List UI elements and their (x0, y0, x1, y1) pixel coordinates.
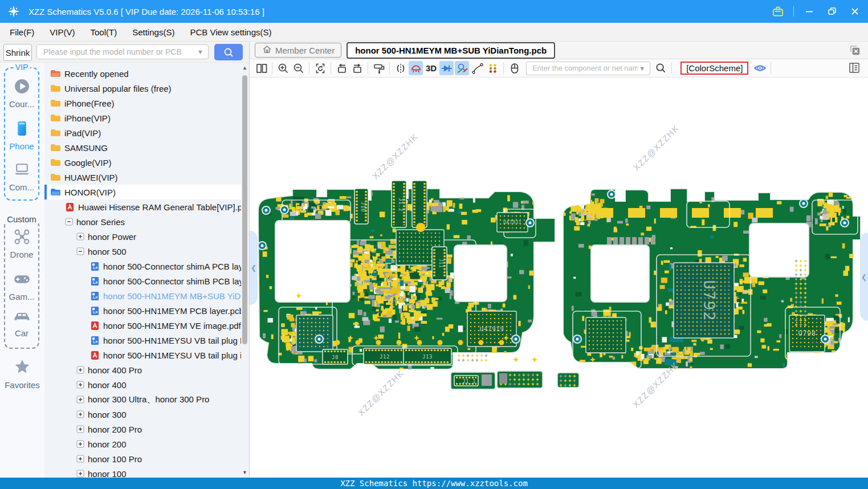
close-tab-icon[interactable] (849, 44, 861, 59)
expander-plus-icon[interactable] (76, 455, 84, 463)
menu-item-pcb-view-settings-s[interactable]: PCB View settings(S) (190, 27, 271, 37)
svg-text:J10: J10 (360, 202, 366, 212)
net-search-icon[interactable] (654, 61, 668, 75)
tree-node[interactable]: honor Series (44, 214, 241, 229)
tree-item[interactable]: iPhone(Free) (44, 96, 241, 111)
shrink-button[interactable]: Shrink (3, 44, 32, 61)
mouse-icon[interactable] (507, 61, 521, 75)
rotate-left-icon[interactable] (335, 61, 349, 75)
split-view-icon[interactable] (254, 61, 268, 75)
net-dropdown-caret-icon[interactable]: ▼ (639, 65, 645, 72)
tree-item[interactable]: honor 500-HN1MEYM MB+SUB YiDi (44, 288, 241, 303)
zoom-out-icon[interactable] (291, 61, 305, 75)
toolbar-separator (368, 63, 368, 74)
model-search-input[interactable] (42, 47, 197, 57)
expander-plus-icon[interactable] (76, 425, 84, 433)
lamp-icon[interactable] (409, 61, 423, 75)
sidebar-item-cour[interactable]: Cour... (5, 78, 38, 109)
tree-node[interactable]: honor 100 (44, 466, 241, 478)
fit-view-icon[interactable] (313, 61, 327, 75)
rail-item-label: Phone (9, 141, 34, 151)
tree-item[interactable]: iPad(VIP) (44, 125, 241, 140)
tree-item[interactable]: Universal popular files (free) (44, 81, 241, 96)
tree-item[interactable]: HONOR(VIP) (44, 185, 241, 199)
tree-item[interactable]: HUAWEI(VIP) (44, 170, 241, 185)
menu-item-file-f[interactable]: File(F) (10, 27, 34, 37)
tree-item[interactable]: Huawei Hisense RAM General Table[VIP].p (44, 199, 241, 214)
tree-node[interactable]: honor 400 (44, 377, 241, 392)
restore-button[interactable] (825, 4, 840, 19)
sidebar-item-favorites[interactable]: Favorites (0, 358, 44, 390)
sidebar-item-gam[interactable]: Gam... (5, 270, 38, 301)
3d-label[interactable]: 3D (424, 61, 438, 75)
pcb-board-view[interactable]: XZZ@XZZHKXZZ@XZZHKXZZ@XZZHKXZZ@XZZHKJ10J… (250, 78, 868, 478)
tree-item[interactable]: Google(VIP) (44, 155, 241, 170)
tree-item[interactable]: Recently opened (44, 66, 241, 81)
expander-plus-icon[interactable] (76, 396, 84, 404)
paint-roller-icon[interactable] (372, 61, 386, 75)
svg-text:U47931: U47931 (503, 220, 521, 225)
expander-plus-icon[interactable] (76, 470, 84, 478)
tree-item[interactable]: SAMSUNG (44, 140, 241, 155)
pcb-canvas[interactable]: XZZ@XZZHKXZZ@XZZHKXZZ@XZZHKXZZ@XZZHKJ10J… (250, 78, 868, 478)
sidebar-item-com[interactable]: Com... (5, 161, 38, 192)
close-button[interactable] (847, 4, 862, 19)
color-scheme-button[interactable]: [ColorScheme] (680, 62, 748, 75)
tree-item[interactable]: honor 500-Connector shimB PCB lay (44, 274, 241, 288)
curve-icon[interactable] (470, 61, 484, 75)
tree-item[interactable]: iPhone(VIP) (44, 111, 241, 125)
tree-scrollbar-thumb[interactable] (242, 75, 247, 344)
tree-node[interactable]: honor 300 (44, 407, 241, 422)
sidebar-item-car[interactable]: Car (5, 307, 38, 338)
tree-node[interactable]: honor Power (44, 229, 241, 244)
tree-item[interactable]: honor 500-HN1MEYM PCB layer.pcb (44, 303, 241, 318)
layer-panel-icon[interactable] (848, 62, 861, 76)
expander-minus-icon[interactable] (65, 218, 73, 226)
diode-icon[interactable] (439, 61, 454, 75)
tree-node[interactable]: honor 200 Pro (44, 422, 241, 437)
model-search-button[interactable] (214, 44, 243, 60)
pdf-icon (65, 202, 75, 212)
zoom-in-icon[interactable] (276, 61, 290, 75)
sidebar-item-drone[interactable]: Drone (5, 228, 38, 259)
sidebar-item-phone[interactable]: Phone (5, 120, 38, 151)
eye-icon[interactable] (753, 61, 767, 75)
folder-icon (50, 84, 61, 93)
mirror-flip-icon[interactable] (393, 61, 407, 75)
expander-minus-icon[interactable] (76, 247, 84, 255)
tab-member-center[interactable]: Member Center (255, 43, 341, 58)
tab-active-pcb[interactable]: honor 500-HN1MEYM MB+SUB YiDianTong.pcb (347, 42, 555, 59)
tree-node[interactable]: honor 100 Pro (44, 451, 241, 466)
tree-item[interactable]: honor 500-Connector shimA PCB lay (44, 259, 241, 274)
expander-plus-icon[interactable] (76, 381, 84, 389)
expander-plus-icon[interactable] (76, 366, 84, 374)
tree-item[interactable]: honor 500-HN1MEYSU VB tail plug F (44, 333, 241, 348)
scroll-down-icon[interactable]: ▼ (241, 468, 248, 476)
measure-icon[interactable] (455, 61, 469, 75)
rail-group-vip: VIPCour...PhoneCom... (4, 67, 39, 201)
tree-node[interactable]: honor 300 Ultra、honor 300 Pro (44, 392, 241, 407)
net-search-input[interactable] (531, 63, 639, 73)
menu-item-vip-v[interactable]: VIP(V) (50, 27, 75, 37)
tree-scrollbar[interactable]: ▲ ▼ (241, 64, 248, 476)
collapse-right-handle[interactable]: ❮ (860, 233, 868, 321)
menu-item-settings-s[interactable]: Settings(S) (132, 27, 174, 37)
tree-node[interactable]: honor 200 (44, 437, 241, 451)
tree-item-label: honor Series (76, 217, 125, 227)
vip-briefcase-icon[interactable] (771, 4, 785, 19)
tree-item[interactable]: honor 500-HN1MEYSU VB tail plug i (44, 348, 241, 362)
scroll-up-icon[interactable]: ▲ (241, 64, 248, 72)
minimize-button[interactable] (802, 4, 817, 19)
tree-node[interactable]: honor 400 Pro (44, 362, 241, 377)
collapse-left-handle[interactable]: ❮ (250, 231, 258, 305)
menu-item-tool-t[interactable]: Tool(T) (91, 27, 117, 37)
tree-node[interactable]: honor 500 (44, 244, 241, 259)
color-dots-icon[interactable] (486, 61, 500, 75)
expander-plus-icon[interactable] (76, 233, 84, 241)
dropdown-caret-icon[interactable]: ▼ (197, 48, 203, 55)
tree-item[interactable]: honor 500-HN1MEYM VE image.pdf (44, 318, 241, 333)
rotate-right-icon[interactable] (350, 61, 364, 75)
svg-text:U798: U798 (798, 329, 816, 337)
expander-plus-icon[interactable] (76, 440, 84, 448)
expander-plus-icon[interactable] (76, 410, 84, 418)
